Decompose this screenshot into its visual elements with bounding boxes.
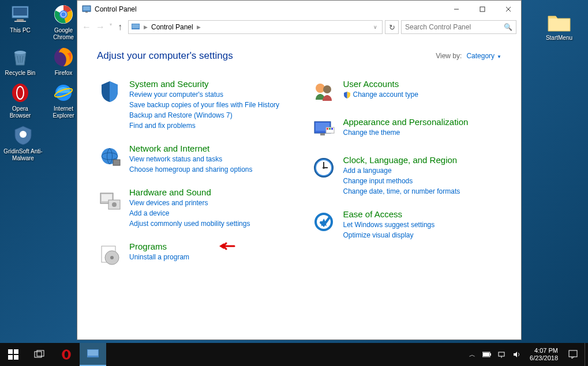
system-tray: ︿ bbox=[467, 350, 526, 359]
svg-rect-64 bbox=[499, 352, 504, 356]
svg-rect-20 bbox=[480, 7, 485, 12]
category-title[interactable]: Clock, Language, and Region bbox=[343, 155, 502, 165]
clock-time: 4:07 PM bbox=[530, 347, 558, 354]
tray-volume-icon[interactable] bbox=[512, 350, 522, 359]
users-icon bbox=[311, 79, 336, 104]
category-title[interactable]: Network and Internet bbox=[129, 144, 288, 154]
viewby-dropdown[interactable]: Category▼ bbox=[466, 52, 501, 60]
category-link[interactable]: Change account type bbox=[343, 90, 502, 100]
svg-rect-1 bbox=[13, 7, 27, 16]
task-view-button[interactable] bbox=[27, 343, 53, 366]
nav-recent-dropdown[interactable]: ▾ bbox=[110, 22, 112, 32]
category-link[interactable]: Let Windows suggest settings bbox=[343, 220, 502, 230]
refresh-button[interactable]: ↻ bbox=[385, 20, 399, 34]
taskbar-clock[interactable]: 4:07 PM 6/23/2018 bbox=[526, 347, 561, 362]
nav-forward-button[interactable]: → bbox=[96, 22, 105, 32]
titlebar[interactable]: Control Panel bbox=[77, 1, 521, 18]
svg-point-48 bbox=[323, 167, 325, 169]
category-hardware: Hardware and SoundView devices and print… bbox=[97, 187, 288, 229]
category-link[interactable]: Adjust commonly used mobility settings bbox=[129, 219, 288, 229]
breadcrumb-text[interactable]: Control Panel bbox=[151, 23, 193, 31]
search-input[interactable] bbox=[405, 23, 504, 31]
breadcrumb-separator-icon[interactable]: ▶ bbox=[197, 24, 201, 30]
tray-chevron-icon[interactable]: ︿ bbox=[467, 350, 477, 359]
desktop-icon-label: GridinSoft Anti-Malware bbox=[3, 148, 43, 162]
close-button[interactable] bbox=[495, 1, 521, 18]
nav-up-button[interactable]: ↑ bbox=[118, 22, 122, 32]
opera-icon bbox=[9, 81, 32, 104]
desktop-icon-this-pc[interactable]: This PC bbox=[3, 3, 38, 41]
search-icon[interactable]: 🔍 bbox=[504, 23, 512, 31]
desktop-icon-chrome[interactable]: Google Chrome bbox=[46, 3, 81, 41]
recycle-bin-icon bbox=[9, 46, 32, 69]
category-link[interactable]: Change input methods bbox=[343, 176, 502, 186]
notifications-button[interactable] bbox=[561, 343, 585, 366]
breadcrumb-dropdown-icon[interactable]: ∨ bbox=[373, 24, 377, 30]
category-link[interactable]: View devices and printers bbox=[129, 198, 288, 208]
tray-battery-icon[interactable] bbox=[482, 350, 492, 359]
category-appearance: Appearance and PersonalizationChange the… bbox=[311, 117, 502, 142]
taskbar: ︿ 4:07 PM 6/23/2018 bbox=[0, 343, 588, 366]
nav-back-button[interactable]: ← bbox=[82, 22, 91, 32]
category-link[interactable]: Add a device bbox=[129, 209, 288, 218]
firefox-icon bbox=[52, 46, 75, 69]
desktop-icon-startmenu[interactable]: StartMenu bbox=[539, 12, 579, 41]
category-title[interactable]: System and Security bbox=[129, 79, 288, 89]
search-box[interactable]: 🔍 bbox=[401, 20, 516, 34]
svg-point-34 bbox=[110, 256, 114, 259]
category-title[interactable]: Ease of Access bbox=[343, 209, 502, 220]
maximize-button[interactable] bbox=[469, 1, 495, 18]
desktop-icon-firefox[interactable]: Firefox bbox=[46, 46, 81, 77]
category-link[interactable]: Save backup copies of your files with Fi… bbox=[129, 100, 288, 110]
category-title[interactable]: Appearance and Personalization bbox=[343, 117, 502, 127]
category-link[interactable]: Add a language bbox=[343, 166, 502, 176]
gridinsoft-icon bbox=[12, 124, 35, 147]
category-link[interactable]: Change the theme bbox=[343, 128, 502, 138]
category-title[interactable]: User Accounts bbox=[343, 79, 502, 89]
tray-network-icon[interactable] bbox=[497, 350, 507, 359]
breadcrumb-box[interactable]: ▶ Control Panel ▶ ∨ bbox=[128, 20, 383, 34]
address-bar: ← → ▾ ↑ ▶ Control Panel ▶ ∨ ↻ 🔍 bbox=[77, 18, 521, 36]
desktop-icon-ie[interactable]: Internet Explorer bbox=[46, 81, 81, 119]
category-link[interactable]: Backup and Restore (Windows 7) bbox=[129, 111, 288, 120]
category-ease: Ease of AccessLet Windows suggest settin… bbox=[311, 209, 502, 240]
desktop-icon-label: Firefox bbox=[55, 70, 73, 77]
category-link[interactable]: Find and fix problems bbox=[129, 121, 288, 131]
start-button[interactable] bbox=[0, 343, 27, 366]
viewby-label: View by: bbox=[436, 52, 462, 60]
svg-rect-66 bbox=[569, 350, 577, 357]
svg-rect-53 bbox=[8, 355, 13, 360]
category-link[interactable]: Choose homegroup and sharing options bbox=[129, 165, 288, 175]
category-clock: Clock, Language, and RegionAdd a languag… bbox=[311, 155, 502, 197]
category-title[interactable]: Hardware and Sound bbox=[129, 187, 288, 198]
svg-rect-17 bbox=[83, 6, 90, 10]
category-network: Network and InternetView network status … bbox=[97, 144, 288, 175]
category-link[interactable]: Change date, time, or number formats bbox=[343, 187, 502, 197]
taskbar-app-opera[interactable] bbox=[53, 343, 80, 366]
show-desktop-button[interactable] bbox=[585, 343, 588, 366]
desktop-icon-label: Recycle Bin bbox=[5, 70, 36, 77]
category-link[interactable]: View network status and tasks bbox=[129, 154, 288, 164]
category-link[interactable]: Review your computer's status bbox=[129, 90, 288, 100]
svg-point-7 bbox=[61, 12, 66, 17]
svg-rect-3 bbox=[14, 21, 26, 22]
svg-rect-39 bbox=[320, 133, 325, 135]
svg-rect-62 bbox=[490, 353, 491, 356]
category-programs: ProgramsUninstall a program bbox=[97, 242, 288, 267]
categories-right-column: User AccountsChange account typeAppearan… bbox=[311, 79, 502, 267]
desktop-icon-opera[interactable]: Opera Browser bbox=[3, 81, 38, 119]
svg-point-12 bbox=[17, 87, 23, 99]
breadcrumb-separator-icon: ▶ bbox=[144, 24, 148, 30]
category-link[interactable]: Uninstall a program bbox=[129, 252, 288, 262]
taskbar-app-control-panel[interactable] bbox=[80, 343, 106, 366]
category-link[interactable]: Optimize visual display bbox=[343, 231, 502, 240]
desktop-icon-label: Google Chrome bbox=[46, 27, 81, 41]
category-title[interactable]: Programs bbox=[129, 242, 288, 252]
viewby-value: Category bbox=[466, 52, 495, 60]
minimize-button[interactable] bbox=[443, 1, 469, 18]
pc-icon bbox=[9, 3, 32, 26]
desktop-icon-gridinsoft[interactable]: GridinSoft Anti-Malware bbox=[3, 124, 43, 162]
programs-icon bbox=[97, 242, 122, 267]
desktop-icon-recycle-bin[interactable]: Recycle Bin bbox=[3, 46, 38, 77]
svg-point-58 bbox=[65, 351, 69, 358]
